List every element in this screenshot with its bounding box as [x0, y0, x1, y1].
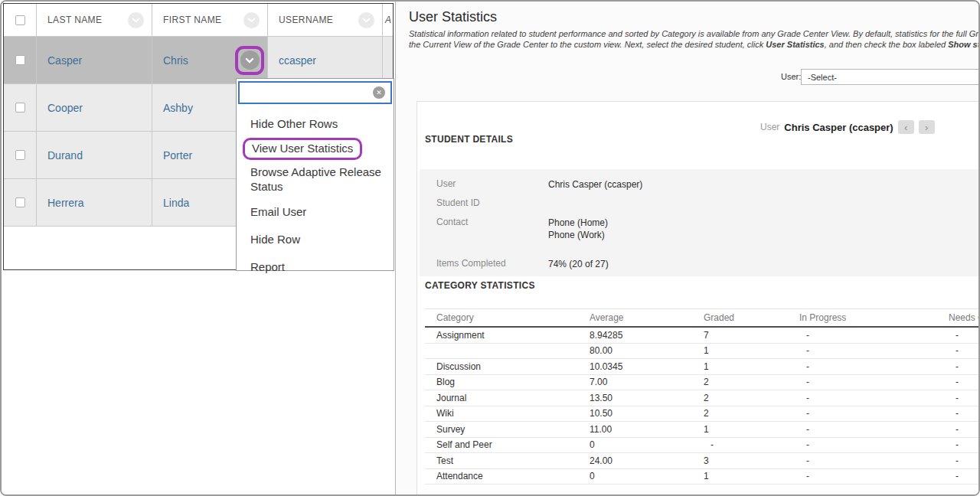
row-checkbox[interactable] [15, 150, 25, 160]
select-all-checkbox[interactable] [15, 15, 25, 25]
menu-item-browse-adaptive-release-status[interactable]: Browse Adaptive Release Status [250, 165, 382, 194]
row-checkbox[interactable] [15, 103, 25, 113]
row-context-menu: ✕ Hide Other Rows View User Statistics B… [236, 78, 394, 271]
chevron-down-icon[interactable] [243, 12, 260, 28]
category-statistics-table: Category Average Graded In Progress Need… [425, 308, 980, 485]
stats-row: Discussion 10.0345 1 - - [425, 359, 980, 375]
previous-user-button[interactable]: ‹ [898, 120, 914, 134]
last-name-cell: Herrera [47, 197, 83, 209]
col-in-progress: In Progress [799, 312, 949, 323]
last-name-cell: Durand [47, 149, 83, 162]
user-pager-name: Chris Casper (ccasper) [784, 122, 893, 133]
user-statistics-panel: User Statistics Statistical information … [396, 2, 980, 496]
col-average: Average [590, 312, 704, 323]
menu-item-report[interactable]: Report [250, 259, 394, 275]
stats-row: Assignment 8.94285 7 - - [425, 328, 980, 344]
next-user-button[interactable]: › [919, 120, 935, 134]
chevron-down-icon[interactable] [358, 12, 374, 28]
row-options-chevron-icon[interactable] [240, 51, 260, 70]
stats-row: Blog 7.00 2 - - [425, 375, 980, 391]
chevron-down-icon[interactable] [128, 12, 144, 28]
first-name-cell: Chris [163, 54, 188, 67]
last-name-cell: Casper [47, 54, 82, 67]
highlight-ring: View User Statistics [243, 138, 362, 160]
menu-item-view-user-statistics[interactable]: View User Statistics [250, 138, 394, 160]
user-pager-label: User [760, 122, 779, 132]
stats-row: Attendance 0 1 - - [425, 469, 980, 485]
column-label: LAST NAME [47, 15, 102, 25]
items-completed-value: 74% (20 of 27) [548, 258, 609, 270]
header-last-name: LAST NAME [37, 4, 152, 36]
menu-item-hide-row[interactable]: Hide Row [250, 232, 394, 247]
user-select-dropdown[interactable]: -Select- [801, 69, 980, 85]
table-row-casper[interactable]: Casper Chris ccasper [4, 37, 393, 84]
screenshot-canvas: LAST NAME FIRST NAME USERNAME [0, 0, 980, 496]
stats-row: Journal 13.50 2 - - [425, 390, 980, 406]
menu-item-list: Hide Other Rows View User Statistics Bro… [237, 104, 394, 275]
table-header-row: LAST NAME FIRST NAME USERNAME [4, 4, 393, 37]
contact-label: Contact [436, 217, 468, 227]
student-details-heading: STUDENT DETAILS [425, 134, 513, 145]
user-pager: User Chris Casper (ccasper) ‹ › [760, 120, 935, 134]
page-title: User Statistics [409, 9, 497, 25]
items-completed-label: Items Completed [436, 258, 506, 269]
description-line-2: the Current View of the Grade Center to … [409, 40, 980, 49]
row-checkbox[interactable] [15, 197, 25, 207]
header-checkbox-cell [4, 4, 37, 36]
grade-center-panel: LAST NAME FIRST NAME USERNAME [2, 2, 396, 496]
col-needs-grading: Needs Grading [949, 312, 980, 323]
statistics-card: User Chris Casper (ccasper) ‹ › STUDENT … [416, 101, 980, 496]
highlight-ring [235, 46, 264, 75]
header-username: USERNAME [268, 4, 383, 36]
menu-item-email-user[interactable]: Email User [250, 204, 394, 220]
clear-icon[interactable]: ✕ [373, 86, 385, 99]
first-name-cell: Linda [163, 197, 189, 209]
column-label: FIRST NAME [163, 15, 221, 25]
stats-row: Self and Peer 0 - - - [425, 438, 980, 454]
first-name-cell: Ashby [163, 102, 193, 114]
user-value: Chris Casper (ccasper) [548, 178, 642, 191]
last-name-cell: Cooper [47, 102, 83, 114]
header-first-name: FIRST NAME [152, 4, 268, 36]
stats-header-row: Category Average Graded In Progress Need… [425, 308, 980, 328]
username-cell: ccasper [279, 54, 316, 67]
col-category: Category [436, 312, 590, 323]
stats-row: Test 24.00 3 - - [425, 453, 980, 469]
category-statistics-heading: CATEGORY STATISTICS [425, 280, 535, 291]
description-line-1: Statistical information related to stude… [409, 29, 980, 38]
menu-filter-input[interactable] [240, 83, 390, 103]
column-label: USERNAME [279, 15, 333, 25]
first-name-cell: Porter [163, 149, 192, 162]
menu-search-box: ✕ [238, 81, 392, 104]
user-select-label: User: [781, 72, 801, 81]
user-label: User [436, 178, 456, 189]
menu-item-hide-other-rows[interactable]: Hide Other Rows [250, 116, 394, 132]
stats-row: Wiki 10.50 2 - - [425, 406, 980, 423]
stats-row: 80.00 1 - - [425, 344, 980, 360]
col-graded: Graded [704, 312, 799, 323]
row-checkbox[interactable] [15, 55, 25, 65]
contact-value: Phone (Home)Phone (Work) [548, 217, 608, 241]
student-id-label: Student ID [436, 197, 480, 208]
student-details-box: User Chris Casper (ccasper) Student ID C… [420, 169, 980, 276]
header-partial-column: A [383, 4, 393, 36]
stats-row: Survey 11.00 1 - - [425, 422, 980, 438]
column-label: A [385, 15, 391, 25]
